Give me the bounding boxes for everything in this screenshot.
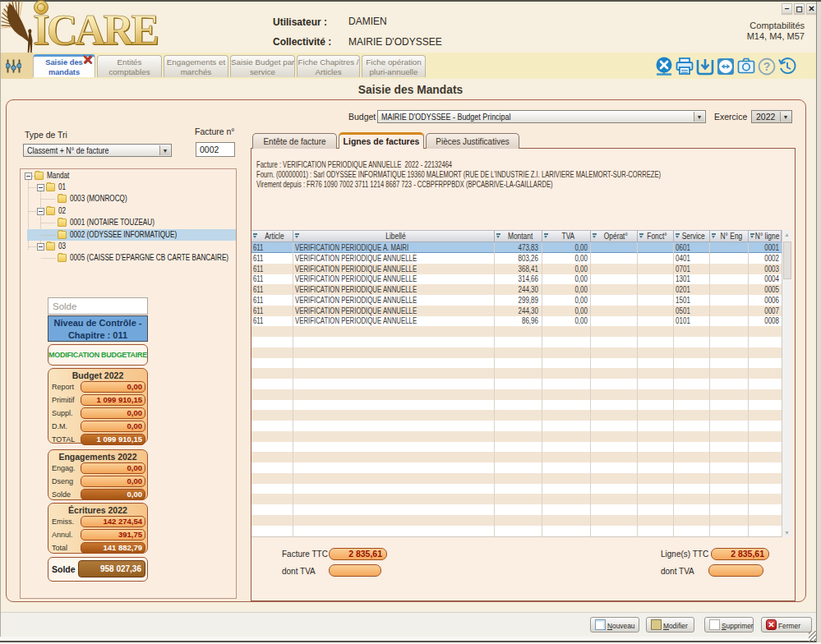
svg-text:ICARE: ICARE [33, 7, 159, 53]
svg-text:?: ? [763, 60, 771, 73]
